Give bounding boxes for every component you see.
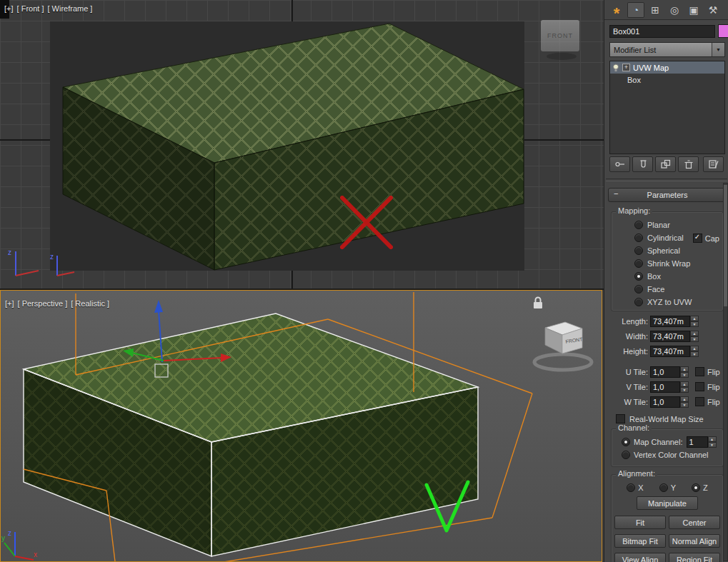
create-tab[interactable]: * [608,2,625,18]
width-field[interactable]: 73,407m [650,331,690,342]
modifier-stack[interactable]: UVW Map Box [609,61,725,154]
viewport-shading-menu[interactable]: [ Realistic ] [71,299,109,308]
v-flip-checkbox[interactable] [695,382,704,391]
w-flip-option[interactable]: Flip [695,397,720,406]
u-flip-checkbox[interactable] [695,367,704,376]
w-flip-checkbox[interactable] [695,397,704,406]
viewcube[interactable]: FRONT [534,322,592,370]
radio-shrink-wrap[interactable]: Shrink Wrap [612,257,723,270]
axis-y-option[interactable]: Y [659,483,676,492]
object-color-swatch[interactable] [718,24,728,38]
radio-face[interactable]: Face [612,283,723,296]
motion-tab[interactable]: ◎ [666,2,683,18]
show-end-result-button[interactable] [632,156,653,172]
real-world-checkbox[interactable] [616,414,625,423]
radio-planar[interactable]: Planar [612,219,723,231]
u-flip-option[interactable]: Flip [695,367,720,376]
cap-option[interactable]: Cap [693,234,719,243]
hierarchy-tab[interactable]: ⊞ [647,2,664,18]
length-field[interactable]: 73,407m [650,316,690,327]
lightbulb-icon[interactable] [612,64,619,72]
radio-icon[interactable] [634,259,643,268]
viewport-menu[interactable]: [+] [5,299,14,308]
axis-x-option[interactable]: X [627,483,643,492]
radio-icon-selected[interactable] [622,438,630,446]
radio-icon[interactable] [627,483,635,492]
spinner-down[interactable] [690,321,699,327]
pin-stack-button[interactable] [609,156,630,172]
spinner-up[interactable] [680,396,689,402]
radio-box[interactable]: Box [612,270,723,283]
parameters-rollout-header[interactable]: − Parameters [608,188,727,202]
map-channel-row[interactable]: Map Channel: 1 [612,436,723,448]
radio-icon[interactable] [634,298,643,306]
radio-xyz-to-uvw[interactable]: XYZ to UVW [612,296,723,308]
radio-label: XYZ to UVW [647,298,692,306]
remove-modifier-button[interactable] [678,156,699,172]
height-field[interactable]: 73,407m [650,346,690,357]
v-flip-option[interactable]: Flip [695,382,720,391]
normal-align-button[interactable]: Normal Align [669,534,720,548]
vertex-color-row[interactable]: Vertex Color Channel [612,448,723,461]
spinner-down[interactable] [680,402,689,408]
spinner-down[interactable] [690,351,699,357]
expand-icon[interactable] [622,64,630,71]
manipulate-button[interactable]: Manipulate [637,496,698,510]
radio-icon[interactable] [659,483,668,492]
spinner-up[interactable] [680,366,689,372]
spinner-down[interactable] [690,336,699,342]
viewport-name-menu[interactable]: [ Front ] [17,4,44,13]
radio-icon[interactable] [634,234,643,242]
viewport-perspective[interactable]: FRONT z y x [+] [ Perspective ] [ Realis… [0,290,602,562]
radio-icon[interactable] [634,221,643,229]
w-tile-field[interactable]: 1,0 [650,396,680,408]
real-world-map-size-option[interactable]: Real-World Map Size [616,414,704,423]
radio-icon[interactable] [634,246,643,255]
region-fit-button[interactable]: Region Fit [669,553,720,562]
modifier-list-dropdown[interactable]: Modifier List [609,42,725,57]
u-tile-field[interactable]: 1,0 [650,366,680,378]
radio-icon-selected[interactable] [692,483,700,492]
spinner-up[interactable] [708,436,717,442]
spinner-up[interactable] [690,331,699,336]
command-panel-tabs: * ◔ ⊞ ◎ ▣ ⚒ [604,0,728,20]
fit-button[interactable]: Fit [614,516,666,529]
center-button[interactable]: Center [669,516,720,529]
modify-tab[interactable]: ◔ [627,2,644,18]
spinner-up[interactable] [690,346,699,351]
textured-box-front[interactable] [63,24,524,270]
bitmap-fit-button[interactable]: Bitmap Fit [614,534,666,548]
spinner-up[interactable] [680,381,689,387]
front-viewcube-grip[interactable]: FRONT [541,20,579,51]
stack-item-uvw-map[interactable]: UVW Map [610,61,724,74]
viewport-front[interactable]: z z [+] [ Front ] [ Wireframe ] FRONT [0,0,604,288]
configure-modifier-sets-button[interactable] [703,156,724,172]
display-tab[interactable]: ▣ [685,2,702,18]
stack-item-box[interactable]: Box [610,74,724,86]
object-name-field[interactable] [609,25,715,38]
radio-icon[interactable] [634,285,643,293]
radio-icon-selected[interactable] [634,272,643,281]
utilities-tab[interactable]: ⚒ [704,2,722,18]
chevron-down-icon[interactable] [712,43,724,56]
cap-checkbox[interactable] [693,234,702,243]
spinner-down[interactable] [708,442,717,448]
v-tile-field[interactable]: 1,0 [650,381,680,393]
spinner-down[interactable] [680,387,689,393]
panel-scrollbar[interactable] [723,183,728,561]
axis-z-option[interactable]: Z [692,483,708,492]
viewport-menu[interactable]: [+] [4,4,14,13]
radio-icon[interactable] [622,451,630,459]
viewport-shading-menu[interactable]: [ Wireframe ] [47,4,92,13]
make-unique-button[interactable] [655,156,676,172]
radio-cylindrical[interactable]: Cylindrical Cap [612,231,723,244]
scrollbar-thumb[interactable] [724,185,727,306]
modify-icon: ◔ [633,4,639,16]
map-channel-field[interactable]: 1 [687,436,708,448]
textured-box-perspective[interactable] [24,313,478,556]
radio-spherical[interactable]: Spherical [612,244,723,257]
view-align-button[interactable]: View Align [614,553,666,562]
viewport-name-menu[interactable]: [ Perspective ] [18,299,68,308]
spinner-up[interactable] [690,316,699,321]
spinner-down[interactable] [680,372,689,378]
